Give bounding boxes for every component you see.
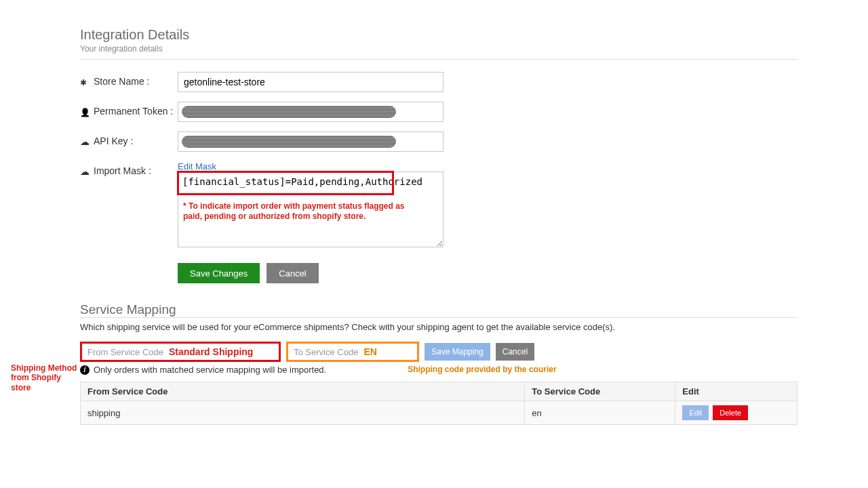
info-icon: i [80,365,90,375]
col-edit: Edit [675,382,797,401]
import-mask-label: Import Mask : [94,165,151,176]
user-icon [80,106,90,116]
cloud-icon [80,166,90,176]
from-service-hint: Standard Shipping [169,346,253,357]
cloud-icon [80,136,90,146]
to-service-hint: EN [363,346,376,357]
asterisk-icon [80,77,90,86]
cancel-mapping-button[interactable]: Cancel [496,343,534,361]
integration-details-title: Integration Details [80,27,797,43]
store-name-input[interactable] [178,72,443,92]
divider [80,59,797,60]
service-info-text: Only orders with matched service mapping… [94,365,326,375]
import-mask-textarea[interactable]: [financial_status]=Paid,pending,Authoriz… [178,171,443,247]
to-service-placeholder: To Service Code [294,347,358,357]
to-service-code-input[interactable]: To Service Code EN [286,342,419,362]
api-key-label: API Key : [94,136,133,146]
service-mapping-table: From Service Code To Service Code Edit s… [80,382,797,425]
service-mapping-desc: Which shipping service will be used for … [80,322,797,332]
divider [80,317,797,318]
permanent-token-label: Permanent Token : [94,106,173,117]
col-from: From Service Code [81,382,525,401]
store-name-label: Store Name : [94,76,149,87]
from-service-code-input[interactable]: From Service Code Standard Shipping [80,342,281,362]
api-key-input[interactable] [178,131,443,152]
row-edit-button[interactable]: Edit [682,405,709,420]
shipping-method-annotation: Shipping Method from Shopify store [11,363,79,392]
cell-from: shipping [81,401,525,425]
edit-mask-link[interactable]: Edit Mask [178,161,216,171]
service-mapping-title: Service Mapping [80,302,797,317]
courier-code-annotation: Shipping code provided by the courier [408,365,556,374]
cell-to: en [525,401,675,425]
save-changes-button[interactable]: Save Changes [178,263,260,283]
row-delete-button[interactable]: Delete [713,405,748,420]
from-service-placeholder: From Service Code [87,347,163,357]
table-row: shipping en Edit Delete [81,401,797,425]
permanent-token-input[interactable] [178,102,443,122]
integration-details-subtitle: Your integration details [80,44,797,54]
cancel-button[interactable]: Cancel [267,263,318,283]
save-mapping-button[interactable]: Save Mapping [425,343,490,361]
col-to: To Service Code [525,382,675,401]
